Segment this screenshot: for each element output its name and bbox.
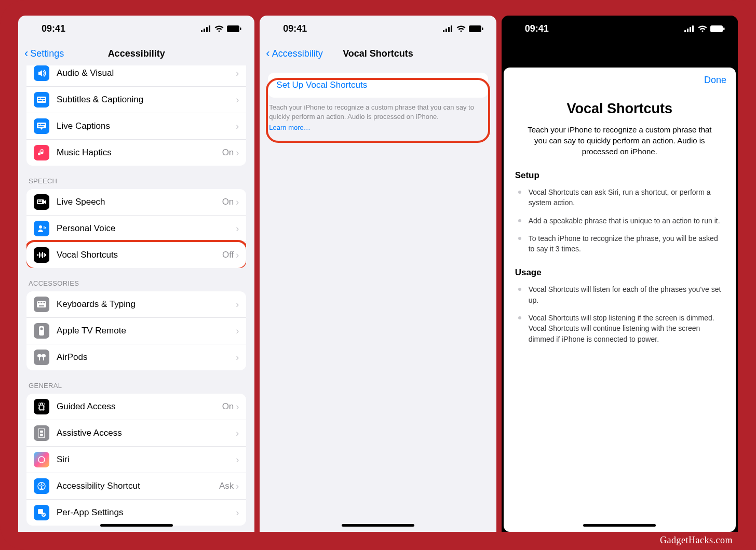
svg-rect-41 (40, 431, 43, 433)
status-time: 09:41 (525, 23, 549, 34)
svg-rect-9 (38, 100, 42, 101)
status-bar: 09:41 (502, 16, 738, 42)
row-value: Ask (219, 481, 234, 491)
row-value: On (222, 197, 234, 207)
svg-rect-0 (201, 30, 203, 32)
svg-rect-12 (38, 124, 40, 125)
row-label: AirPods (57, 352, 236, 363)
setup-footer-text: Teach your iPhone to recognize a custom … (260, 98, 496, 123)
status-bar: 09:41 (260, 16, 496, 42)
svg-rect-22 (45, 227, 46, 229)
settings-row-accessibility-shortcut[interactable]: Accessibility Shortcut Ask › (26, 473, 246, 500)
general-group: Guided Access On › Assistive Access › Si… (26, 394, 246, 526)
usage-section-header: Usage (515, 267, 724, 278)
svg-rect-25 (40, 253, 42, 257)
settings-row-keyboards[interactable]: Keyboards & Typing › (26, 291, 246, 318)
row-label: Vocal Shortcuts (57, 250, 222, 260)
row-label: Music Haptics (57, 147, 222, 158)
sheet-title: Vocal Shortcuts (515, 101, 724, 117)
wifi-icon (698, 25, 707, 32)
svg-rect-4 (227, 25, 239, 32)
chevron-right-icon: › (236, 68, 239, 79)
chevron-right-icon: › (236, 121, 239, 132)
row-label: Keyboards & Typing (57, 299, 236, 310)
battery-icon (469, 25, 483, 32)
home-indicator[interactable] (100, 524, 173, 527)
watermark: GadgetHacks.com (660, 535, 733, 546)
chevron-right-icon: › (236, 352, 239, 363)
settings-row-live-speech[interactable]: Live Speech On › (26, 189, 246, 216)
chevron-right-icon: › (236, 454, 239, 465)
settings-row-apple-tv-remote[interactable]: Apple TV Remote › (26, 318, 246, 344)
setup-section-header: Setup (515, 170, 724, 181)
chevron-right-icon: › (236, 147, 239, 158)
cellular-icon (443, 25, 453, 32)
back-button[interactable]: ‹ Accessibility (266, 48, 322, 59)
svg-rect-10 (43, 100, 45, 101)
svg-rect-53 (482, 28, 483, 30)
settings-row-live-captions[interactable]: Live Captions › (26, 113, 246, 140)
svg-rect-16 (38, 200, 39, 202)
info-sheet: Done Vocal Shortcuts Teach your iPhone t… (504, 68, 736, 532)
svg-point-20 (39, 225, 42, 229)
row-label: Guided Access (57, 401, 222, 412)
back-label: Accessibility (272, 48, 323, 59)
done-button[interactable]: Done (704, 75, 726, 86)
row-label: Accessibility Shortcut (57, 481, 219, 491)
svg-rect-26 (42, 252, 43, 258)
back-button[interactable]: ‹ Settings (24, 48, 64, 59)
list-item: Vocal Shortcuts will stop listening if t… (515, 313, 724, 344)
svg-rect-3 (209, 25, 210, 32)
settings-row-music-haptics[interactable]: Music Haptics On › (26, 140, 246, 166)
home-indicator[interactable] (342, 524, 414, 527)
svg-rect-56 (690, 27, 691, 32)
svg-rect-29 (37, 301, 46, 307)
row-label: Siri (57, 454, 236, 465)
home-indicator[interactable] (583, 524, 656, 527)
svg-rect-42 (40, 434, 43, 436)
svg-rect-7 (38, 98, 40, 99)
settings-row-assistive-access[interactable]: Assistive Access › (26, 420, 246, 447)
remote-icon (34, 323, 49, 339)
row-value: On (222, 147, 234, 158)
svg-rect-24 (39, 252, 40, 258)
assistive-access-icon (34, 425, 49, 441)
svg-rect-19 (38, 202, 42, 203)
svg-rect-21 (44, 226, 45, 229)
airpods-icon (34, 350, 49, 365)
nav-title: Accessibility (108, 48, 165, 59)
settings-row-subtitles[interactable]: Subtitles & Captioning › (26, 87, 246, 113)
svg-rect-14 (38, 126, 44, 127)
status-bar: 09:41 (18, 16, 254, 42)
settings-row-siri[interactable]: Siri › (26, 447, 246, 473)
captions-icon (34, 92, 49, 108)
svg-rect-33 (43, 302, 44, 303)
svg-rect-38 (39, 405, 44, 410)
svg-rect-52 (469, 25, 481, 32)
settings-row-guided-access[interactable]: Guided Access On › (26, 394, 246, 420)
settings-row-airpods[interactable]: AirPods › (26, 344, 246, 370)
row-label: Live Speech (57, 197, 222, 207)
chevron-right-icon: › (236, 401, 239, 412)
settings-row-personal-voice[interactable]: Personal Voice › (26, 216, 246, 242)
settings-row-per-app[interactable]: Per-App Settings › (26, 500, 246, 526)
siri-icon (34, 452, 49, 467)
row-value: On (222, 401, 234, 412)
svg-rect-23 (37, 254, 38, 256)
row-label: Subtitles & Captioning (57, 95, 236, 105)
settings-scroll: Audio & Visual › Subtitles & Captioning … (18, 65, 254, 526)
setup-vocal-shortcuts-button[interactable]: Set Up Vocal Shortcuts (268, 73, 488, 98)
settings-row-audio-visual[interactable]: Audio & Visual › (26, 65, 246, 87)
wifi-icon (456, 25, 466, 32)
back-label: Settings (30, 48, 64, 59)
settings-row-vocal-shortcuts[interactable]: Vocal Shortcuts Off › (26, 242, 246, 268)
learn-more-link[interactable]: Learn more… (260, 123, 496, 132)
status-icons (443, 25, 483, 32)
svg-rect-34 (44, 302, 45, 303)
svg-rect-49 (446, 29, 447, 32)
status-icons (201, 25, 241, 32)
svg-rect-51 (451, 25, 452, 32)
svg-rect-13 (41, 124, 45, 125)
svg-rect-57 (692, 25, 694, 32)
sheet-subtitle: Teach your iPhone to recognize a custom … (526, 124, 713, 157)
